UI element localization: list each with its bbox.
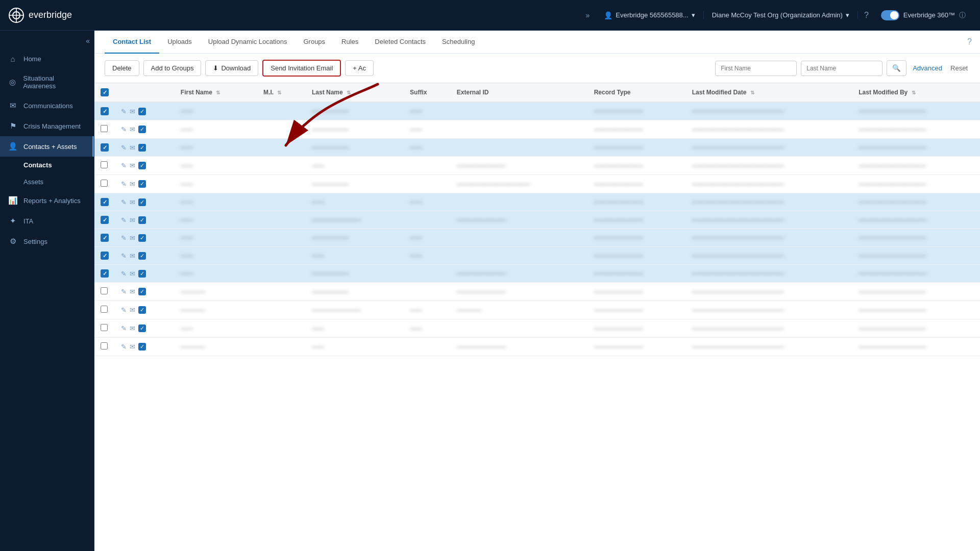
sidebar-item-communications[interactable]: ✉ Communications — [0, 95, 94, 116]
row-checkbox-cell[interactable] — [94, 319, 115, 338]
edit-icon[interactable]: ✎ — [121, 288, 127, 295]
email-icon[interactable]: ✉ — [130, 144, 135, 152]
email-icon[interactable]: ✉ — [130, 162, 135, 169]
sidebar-item-home[interactable]: ⌂ Home — [0, 49, 94, 69]
row-checkbox[interactable] — [101, 216, 109, 224]
check-icon[interactable]: ✓ — [138, 198, 146, 206]
row-checkbox-cell[interactable] — [94, 193, 115, 211]
row-checkbox[interactable] — [101, 234, 109, 242]
row-checkbox[interactable] — [101, 342, 108, 349]
header-last-name[interactable]: Last Name ⇅ — [306, 83, 404, 102]
row-checkbox[interactable] — [101, 324, 108, 331]
edit-icon[interactable]: ✎ — [121, 343, 127, 350]
logo[interactable]: everbridge — [8, 7, 103, 23]
tab-contact-list[interactable]: Contact List — [105, 31, 159, 54]
sidebar-item-reports[interactable]: 📊 Reports + Analytics — [0, 190, 94, 211]
tab-scheduling[interactable]: Scheduling — [434, 31, 483, 54]
edit-icon[interactable]: ✎ — [121, 180, 127, 188]
edit-icon[interactable]: ✎ — [121, 126, 127, 133]
sidebar-collapse-btn[interactable]: « — [0, 35, 94, 49]
check-icon[interactable]: ✓ — [138, 306, 146, 314]
org-menu[interactable]: Diane McCoy Test Org (Organization Admin… — [704, 11, 858, 19]
row-checkbox-cell[interactable] — [94, 301, 115, 319]
row-checkbox-cell[interactable] — [94, 265, 115, 283]
edit-icon[interactable]: ✎ — [121, 108, 127, 115]
sidebar-item-crisis[interactable]: ⚑ Crisis Management — [0, 116, 94, 136]
email-icon[interactable]: ✉ — [130, 252, 135, 260]
sidebar-item-contacts-assets[interactable]: 👤 Contacts + Assets — [0, 136, 94, 157]
email-icon[interactable]: ✉ — [130, 198, 135, 206]
row-checkbox-cell[interactable] — [94, 157, 115, 175]
last-name-input[interactable] — [801, 61, 883, 76]
email-icon[interactable]: ✉ — [130, 108, 135, 115]
row-checkbox[interactable] — [101, 198, 109, 206]
email-icon[interactable]: ✉ — [130, 306, 135, 314]
header-first-name[interactable]: First Name ⇅ — [175, 83, 257, 102]
row-checkbox[interactable] — [101, 107, 109, 115]
check-icon[interactable]: ✓ — [138, 234, 146, 242]
sidebar-item-settings[interactable]: ⚙ Settings — [0, 231, 94, 252]
edit-icon[interactable]: ✎ — [121, 306, 127, 314]
toggle-360-switch[interactable] — [881, 10, 899, 20]
sidebar-item-ita[interactable]: ✦ ITA — [0, 211, 94, 231]
edit-icon[interactable]: ✎ — [121, 270, 127, 278]
row-checkbox[interactable] — [101, 161, 108, 168]
check-icon[interactable]: ✓ — [138, 180, 146, 188]
check-icon[interactable]: ✓ — [138, 162, 146, 169]
email-icon[interactable]: ✉ — [130, 270, 135, 278]
tab-deleted-contacts[interactable]: Deleted Contacts — [366, 31, 434, 54]
row-checkbox[interactable] — [101, 269, 109, 278]
email-icon[interactable]: ✉ — [130, 288, 135, 295]
row-checkbox-cell[interactable] — [94, 283, 115, 301]
first-name-input[interactable] — [715, 61, 797, 76]
add-to-groups-button[interactable]: Add to Groups — [143, 60, 202, 76]
row-checkbox[interactable] — [101, 125, 108, 132]
tab-groups[interactable]: Groups — [295, 31, 333, 54]
tab-rules[interactable]: Rules — [333, 31, 366, 54]
tab-uploads[interactable]: Uploads — [159, 31, 200, 54]
row-checkbox-cell[interactable] — [94, 211, 115, 229]
edit-icon[interactable]: ✎ — [121, 252, 127, 260]
tab-upload-dynamic[interactable]: Upload Dynamic Locations — [200, 31, 296, 54]
check-icon[interactable]: ✓ — [138, 270, 146, 278]
header-last-modified-by[interactable]: Last Modified By ⇅ — [852, 83, 980, 102]
help-button[interactable]: ? — [858, 11, 875, 20]
check-icon[interactable]: ✓ — [138, 108, 146, 115]
search-button[interactable]: 🔍 — [887, 60, 906, 76]
delete-button[interactable]: Delete — [105, 60, 139, 76]
row-checkbox-cell[interactable] — [94, 102, 115, 120]
row-checkbox-cell[interactable] — [94, 120, 115, 139]
row-checkbox-cell[interactable] — [94, 338, 115, 356]
email-icon[interactable]: ✉ — [130, 343, 135, 350]
row-checkbox[interactable] — [101, 143, 109, 152]
advanced-link[interactable]: Advanced — [911, 64, 944, 72]
row-checkbox[interactable] — [101, 252, 109, 260]
row-checkbox-cell[interactable] — [94, 175, 115, 193]
header-mi[interactable]: M.I. ⇅ — [257, 83, 306, 102]
sidebar-item-situational-awareness[interactable]: ◎ Situational Awareness — [0, 69, 94, 95]
edit-icon[interactable]: ✎ — [121, 216, 127, 224]
row-checkbox[interactable] — [101, 287, 108, 294]
download-button[interactable]: ⬇ Download — [205, 60, 258, 76]
sidebar-item-assets[interactable]: Assets — [0, 173, 94, 190]
sidebar-item-contacts[interactable]: Contacts — [0, 157, 94, 173]
edit-icon[interactable]: ✎ — [121, 144, 127, 152]
check-icon[interactable]: ✓ — [138, 324, 146, 332]
email-icon[interactable]: ✉ — [130, 180, 135, 188]
sidebar-toggle-icon[interactable]: » — [579, 11, 596, 19]
header-last-modified-date[interactable]: Last Modified Date ⇅ — [686, 83, 853, 102]
select-all-checkbox[interactable] — [101, 88, 109, 96]
check-icon[interactable]: ✓ — [138, 216, 146, 224]
row-checkbox-cell[interactable] — [94, 247, 115, 265]
email-icon[interactable]: ✉ — [130, 324, 135, 332]
check-icon[interactable]: ✓ — [138, 144, 146, 152]
check-icon[interactable]: ✓ — [138, 126, 146, 133]
edit-icon[interactable]: ✎ — [121, 198, 127, 206]
email-icon[interactable]: ✉ — [130, 216, 135, 224]
check-icon[interactable]: ✓ — [138, 288, 146, 295]
add-button[interactable]: + Ac — [345, 60, 374, 76]
row-checkbox[interactable] — [101, 180, 108, 187]
user-menu[interactable]: 👤 Everbridge 565565588... ▾ — [596, 11, 703, 19]
check-icon[interactable]: ✓ — [138, 343, 146, 350]
row-checkbox-cell[interactable] — [94, 139, 115, 157]
